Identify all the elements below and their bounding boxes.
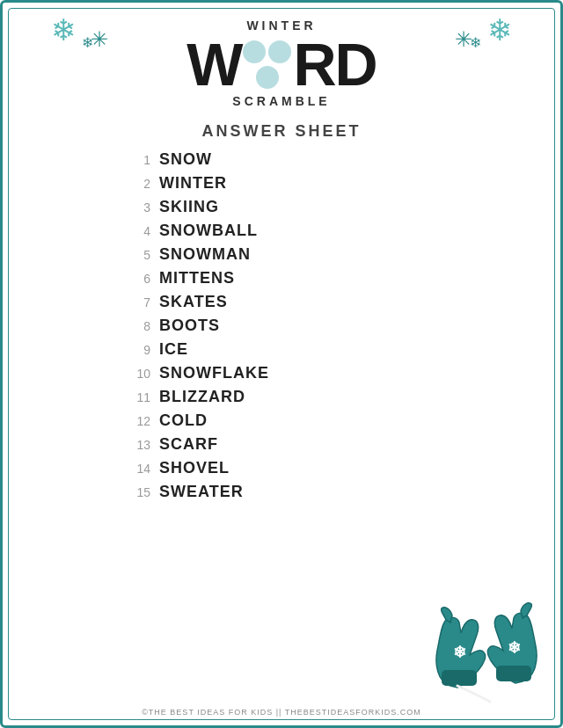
winter-label: WINTER bbox=[3, 18, 560, 33]
item-word: SNOW bbox=[159, 150, 212, 169]
list-item: 8 BOOTS bbox=[126, 314, 560, 338]
list-item: 13 SCARF bbox=[126, 433, 560, 456]
list-item: 1 SNOW bbox=[126, 148, 560, 171]
svg-rect-0 bbox=[442, 670, 477, 686]
item-number: 9 bbox=[126, 343, 150, 357]
list-item: 7 SKATES bbox=[126, 290, 560, 314]
item-word: SNOWMAN bbox=[159, 245, 251, 264]
item-word: SNOWBALL bbox=[159, 222, 258, 240]
item-word: WINTER bbox=[159, 174, 227, 193]
mittens-illustration: ❄ ❄ bbox=[428, 602, 534, 699]
header: WINTER W RD SCRAMBLE bbox=[3, 3, 560, 108]
item-word: SCARF bbox=[159, 435, 218, 454]
bubble-3 bbox=[256, 66, 279, 89]
item-word: COLD bbox=[159, 411, 208, 430]
item-number: 14 bbox=[126, 462, 150, 476]
list-item: 15 SWEATER bbox=[126, 480, 560, 504]
list-item: 9 ICE bbox=[126, 338, 560, 361]
item-word: SWEATER bbox=[159, 483, 244, 501]
page: ❄ ❄ ✳ ❄ ❄ ✳ WINTER W RD SCRAMBLE ANSWER … bbox=[0, 0, 563, 728]
svg-text:❄: ❄ bbox=[453, 644, 466, 661]
list-item: 14 SHOVEL bbox=[126, 456, 560, 480]
letter-rd: RD bbox=[293, 34, 376, 94]
bubble-bottom-row bbox=[256, 66, 279, 89]
item-number: 13 bbox=[126, 438, 150, 452]
item-number: 7 bbox=[126, 295, 150, 309]
scramble-label: SCRAMBLE bbox=[3, 94, 560, 108]
item-number: 3 bbox=[126, 200, 150, 215]
bubble-group bbox=[243, 40, 291, 89]
item-word: SNOWFLAKE bbox=[159, 364, 269, 382]
word-list: 1 SNOW 2 WINTER 3 SKIING 4 SNOWBALL 5 SN… bbox=[3, 148, 560, 504]
item-number: 11 bbox=[126, 390, 150, 404]
item-word: ICE bbox=[159, 340, 188, 359]
item-word: SKATES bbox=[159, 293, 228, 311]
list-item: 2 WINTER bbox=[126, 171, 560, 195]
list-item: 5 SNOWMAN bbox=[126, 243, 560, 266]
item-number: 12 bbox=[126, 414, 150, 428]
item-number: 6 bbox=[126, 272, 150, 286]
list-item: 4 SNOWBALL bbox=[126, 219, 560, 243]
footer-text: ©THE BEST IDEAS FOR KIDS || THEBESTIDEAS… bbox=[3, 708, 560, 717]
item-number: 5 bbox=[126, 248, 150, 262]
item-number: 10 bbox=[126, 367, 150, 381]
item-number: 15 bbox=[126, 485, 150, 499]
answer-sheet-title: ANSWER SHEET bbox=[3, 122, 560, 141]
word-logo: W RD bbox=[3, 34, 560, 94]
list-item: 6 MITTENS bbox=[126, 266, 560, 290]
list-item: 11 BLIZZARD bbox=[126, 385, 560, 409]
item-number: 4 bbox=[126, 224, 150, 238]
bubble-top-row bbox=[243, 40, 291, 63]
list-item: 3 SKIING bbox=[126, 195, 560, 219]
item-number: 2 bbox=[126, 177, 150, 191]
item-word: SHOVEL bbox=[159, 459, 230, 477]
item-word: BLIZZARD bbox=[159, 388, 245, 406]
bubble-2 bbox=[268, 40, 291, 63]
letter-w: W bbox=[186, 34, 241, 94]
item-word: SKIING bbox=[159, 198, 219, 216]
bubble-1 bbox=[243, 40, 266, 63]
item-number: 1 bbox=[126, 153, 150, 167]
list-item: 12 COLD bbox=[126, 409, 560, 433]
svg-rect-2 bbox=[496, 666, 531, 681]
svg-text:❄: ❄ bbox=[508, 639, 521, 657]
list-item: 10 SNOWFLAKE bbox=[126, 361, 560, 385]
item-word: BOOTS bbox=[159, 317, 220, 335]
item-word: MITTENS bbox=[159, 269, 235, 288]
item-number: 8 bbox=[126, 319, 150, 333]
